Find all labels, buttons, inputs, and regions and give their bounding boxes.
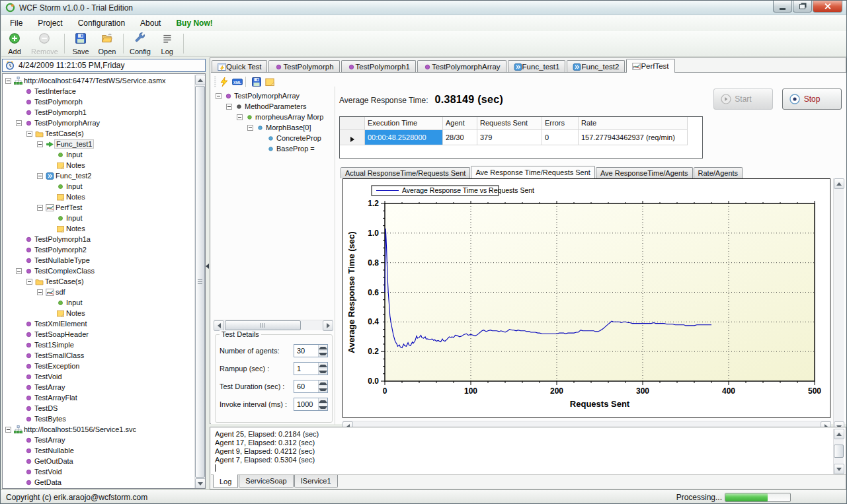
tab-testpolymorph1[interactable]: TestPolymorph1 [341,60,416,73]
collapse-toggle[interactable] [16,120,22,126]
chart-vertical-scrollbar[interactable] [833,178,844,432]
tree-item[interactable]: Notes [3,160,194,170]
parameter-tree-item[interactable]: morpheusArray Morp [213,112,334,122]
spinbox-value[interactable]: 1000 [294,398,318,410]
parameter-tree-item[interactable]: ConcreteProp [213,133,334,143]
tree-item[interactable]: TestComplexClass [3,266,194,276]
menu-item-project[interactable]: Project [31,16,69,30]
tree-item[interactable]: TestPolymorphArray [3,118,194,128]
tree-item[interactable]: TestCase(s) [3,276,194,287]
tree-item[interactable]: http://localhost:64747/TestWS/Service.as… [3,75,194,86]
scroll-right-button[interactable] [323,320,333,331]
scroll-up-button[interactable] [195,75,206,85]
grid-data-row[interactable]: 00:00:48.252800028/303790157.27794346293… [340,130,702,145]
scroll-thumb[interactable] [225,320,301,330]
grid-column-header[interactable]: Errors [542,117,579,130]
tree-item[interactable]: Test1Simple [3,340,194,350]
spin-down-button[interactable] [319,351,327,357]
spin-down-button[interactable] [319,369,327,375]
tab-quick-test[interactable]: Quick Test [212,60,267,73]
spin-down-button[interactable] [319,386,327,392]
tree-item[interactable]: GetData [3,477,194,487]
tree-item[interactable]: TestArray [3,382,194,392]
spinbox-rampup-sec-[interactable]: 1 [294,362,328,375]
menu-item-file[interactable]: File [3,16,29,30]
parameter-scrollbar[interactable] [214,320,333,330]
log-tab-iservice1[interactable]: IService1 [294,475,338,487]
tree-item[interactable]: TestArrayFlat [3,392,194,403]
tab-perftest[interactable]: PerfTest [626,59,674,73]
tree-item[interactable]: Notes [3,308,194,318]
log-scrollbar[interactable] [833,429,844,474]
restore-button[interactable] [793,1,812,13]
tree-item[interactable]: TestNullableType [3,255,194,266]
spin-up-button[interactable] [319,398,327,404]
collapse-toggle[interactable] [37,141,43,147]
scroll-thumb[interactable] [834,445,844,458]
scroll-down-button[interactable] [195,478,206,489]
tree-item[interactable]: TestDS [3,403,194,414]
tree-item[interactable]: TestBytes [3,414,194,424]
grid-cell[interactable]: 0 [542,130,579,145]
close-button[interactable] [813,1,842,13]
collapse-toggle[interactable] [37,173,43,179]
open-button[interactable]: Open [94,31,120,56]
tree-item[interactable]: Input [3,149,194,160]
collapse-toggle[interactable] [216,93,222,99]
collapse-toggle[interactable] [5,78,11,84]
grid-cell[interactable]: 00:00:48.2528000 [365,130,443,145]
tree-item[interactable]: TestPolymorph1a [3,234,194,244]
collapse-toggle[interactable] [26,279,32,285]
spin-down-button[interactable] [319,404,327,410]
spinbox-value[interactable]: 30 [294,345,318,357]
spinbox-test-duration-sec-[interactable]: 60 [294,380,328,393]
grid-column-header[interactable]: Execution Time [365,117,443,130]
log-button[interactable]: Log [154,31,181,56]
collapse-toggle[interactable] [237,114,243,120]
tree-item[interactable]: Func_test2 [3,170,194,181]
scroll-thumb[interactable] [195,86,205,478]
scroll-left-button[interactable] [214,320,224,331]
collapse-toggle[interactable] [37,289,43,295]
grid-column-header[interactable]: Rate [579,117,688,130]
tab-func-test1[interactable]: Func_test1 [508,60,566,73]
tree-item[interactable]: Notes [3,192,194,202]
spin-up-button[interactable] [319,363,327,369]
spinbox-value[interactable]: 60 [294,380,318,392]
parameter-tree-item[interactable]: BaseProp = [213,143,334,154]
tree-item[interactable]: TestXmlElement [3,318,194,329]
tree-item[interactable]: TestNullable [3,445,194,456]
collapse-toggle[interactable] [5,427,11,433]
log-tab-servicesoap[interactable]: ServiceSoap [239,475,293,487]
tree-item[interactable]: TestPolymorph2 [3,244,194,255]
tree-item[interactable]: Notes [3,223,194,234]
spin-up-button[interactable] [319,380,327,386]
tree-item[interactable]: Func_test1 [3,139,194,149]
chart-tab-ave-responsetime-agents[interactable]: Ave ResponseTime/Agents [596,167,693,178]
tree-item[interactable]: TestException [3,361,194,371]
tab-testpolymorph[interactable]: TestPolymorph [268,60,339,73]
spinbox-number-of-agents-[interactable]: 30 [294,344,328,357]
save-button[interactable]: Save [67,31,94,56]
tree-item[interactable]: TestPolymorph1 [3,107,194,118]
tree-item[interactable]: Input [3,213,194,223]
log-output[interactable]: Agent 25, Elapsed: 0.2184 (sec)Agent 17,… [211,428,846,475]
scroll-down-button[interactable] [834,464,844,474]
chart-tab-ave-response-time-requests-sent[interactable]: Ave Response Time/Requests Sent [471,166,594,178]
tab-func-test2[interactable]: Func_test2 [567,60,625,73]
collapse-toggle[interactable] [247,125,253,131]
tree-item[interactable]: TestArray [3,435,194,445]
add-button[interactable]: Add [1,31,28,56]
tree-item[interactable]: TestVoid [3,466,194,477]
parameter-tree-item[interactable]: MethodParameters [213,101,334,112]
stop-button[interactable]: Stop [782,89,842,110]
scroll-up-button[interactable] [834,429,844,439]
tree-item[interactable]: TestPolymorph [3,96,194,107]
splitter-grip[interactable] [206,264,209,269]
menu-item-configuration[interactable]: Configuration [71,16,132,30]
tree-item[interactable]: Input [3,297,194,308]
service-tree-scrollbar[interactable] [194,75,205,489]
log-tab-log[interactable]: Log [213,474,238,488]
grid-column-header[interactable]: Agent [443,117,477,130]
minimize-button[interactable] [773,1,792,13]
